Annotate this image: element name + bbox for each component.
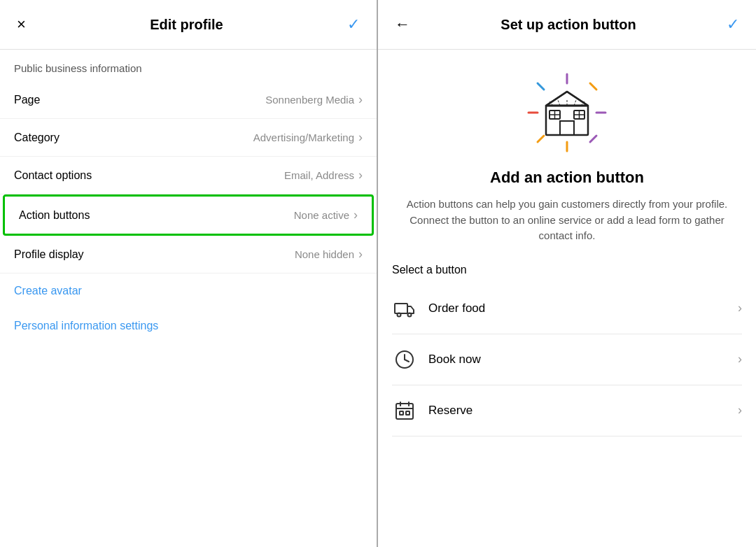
personal-info-settings-link[interactable]: Personal information settings [0,308,377,343]
contact-options-item[interactable]: Contact options Email, Address › [0,157,377,194]
action-buttons-chevron: › [354,208,358,222]
category-label: Category [14,132,59,144]
shop-illustration [392,50,742,169]
left-panel: × Edit profile ✓ Public business informa… [0,0,378,547]
svg-line-28 [405,360,409,362]
book-now-label: Book now [428,353,481,367]
svg-line-6 [538,136,544,142]
category-chevron: › [358,130,363,145]
svg-rect-23 [395,304,407,313]
profile-display-value: None hidden › [295,247,363,262]
order-food-option[interactable]: Order food › [392,283,742,334]
book-now-chevron: › [738,352,742,367]
contact-options-chevron: › [358,168,363,183]
reserve-left: Reserve [392,398,472,423]
truck-icon [392,296,417,321]
action-desc: Action buttons can help you gain custome… [392,197,742,244]
action-buttons-item[interactable]: Action buttons None active › [3,194,374,236]
reserve-option[interactable]: Reserve › [392,385,742,436]
order-food-chevron: › [738,301,742,315]
action-buttons-label: Action buttons [19,209,90,222]
svg-point-24 [398,313,401,316]
left-header: × Edit profile ✓ [0,0,377,50]
svg-rect-29 [396,404,413,419]
clock-icon [392,347,417,372]
public-business-label: Public business information [0,50,377,81]
close-button[interactable]: × [14,13,29,36]
svg-rect-33 [400,411,403,415]
profile-display-item[interactable]: Profile display None hidden › [0,236,377,274]
svg-line-5 [590,83,596,90]
shop-icon-wrapper [525,71,609,155]
select-label: Select a button [392,264,742,276]
profile-display-label: Profile display [14,248,84,261]
svg-rect-11 [560,121,574,135]
book-now-left: Book now [392,347,481,372]
page-chevron: › [358,92,363,107]
left-check-button[interactable]: ✓ [344,13,363,36]
contact-options-label: Contact options [14,169,92,182]
svg-line-7 [590,136,596,142]
right-panel: ← Set up action button ✓ [378,0,756,547]
shop-icon-svg [525,71,609,155]
right-header: ← Set up action button ✓ [378,0,756,50]
create-avatar-link[interactable]: Create avatar [0,274,377,308]
order-food-label: Order food [428,301,485,315]
calendar-icon [392,398,417,423]
reserve-label: Reserve [428,404,472,418]
category-value: Advertising/Marketing › [253,130,363,145]
right-title: Set up action button [500,17,636,33]
page-item[interactable]: Page Sonnenberg Media › [0,81,377,119]
page-label: Page [14,94,40,106]
action-buttons-value: None active › [294,208,358,222]
category-item[interactable]: Category Advertising/Marketing › [0,119,377,157]
left-title: Edit profile [150,17,223,33]
contact-options-value: Email, Address › [284,168,363,183]
svg-rect-34 [406,411,410,415]
right-check-button[interactable]: ✓ [724,13,742,36]
svg-line-4 [538,83,544,90]
book-now-option[interactable]: Book now › [392,334,742,385]
reserve-chevron: › [738,403,742,418]
page-value: Sonnenberg Media › [265,92,363,107]
action-title: Add an action button [392,169,742,187]
right-content: Add an action button Action buttons can … [378,50,756,547]
profile-display-chevron: › [358,247,363,262]
order-food-left: Order food [392,296,485,321]
svg-point-25 [408,313,412,316]
back-button[interactable]: ← [392,13,413,36]
